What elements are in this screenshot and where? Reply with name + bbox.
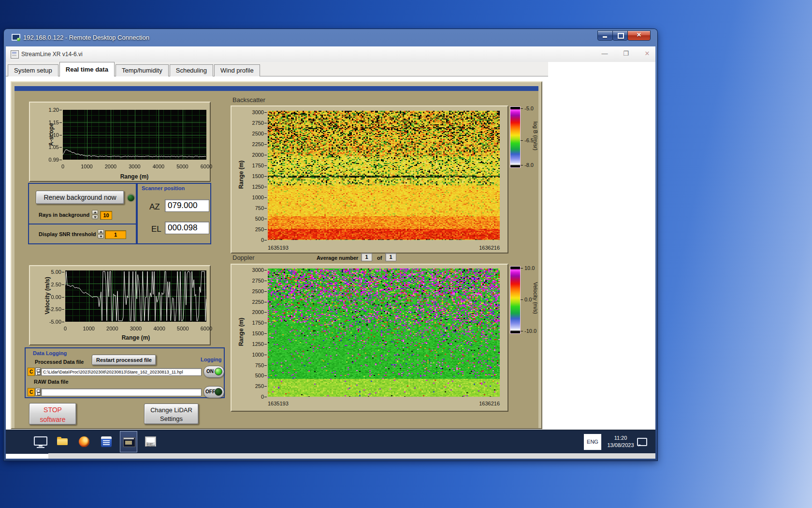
- tab-temp-humidity[interactable]: Temp/humidity: [116, 64, 169, 76]
- velocity-plot-canvas: [65, 270, 206, 322]
- y-tick-label: 1750: [243, 319, 264, 326]
- app-window-title: StreamLine XR v14-6.vi: [21, 51, 83, 58]
- scan-scheduler-icon[interactable]: ScanSched: [145, 436, 156, 447]
- processed-path-field[interactable]: C:\Lidar\Data\Proc\2023\202308\20230813\…: [41, 368, 202, 376]
- raw-path-field[interactable]: [41, 388, 202, 396]
- spinner-up-icon[interactable]: [98, 229, 104, 234]
- rdp-titlebar[interactable]: 192.168.0.122 - Remote Desktop Connectio…: [4, 29, 657, 46]
- notes-app-icon[interactable]: [101, 436, 112, 447]
- average-number-label: Average number: [317, 255, 358, 261]
- processed-logging-toggle[interactable]: ON: [203, 366, 224, 378]
- y-tick-mark: [62, 322, 64, 322]
- y-tick-mark: [264, 229, 267, 230]
- rays-value-field[interactable]: 10: [100, 211, 112, 220]
- raw-logging-toggle[interactable]: OFF: [203, 386, 224, 398]
- y-tick-mark: [264, 123, 267, 123]
- close-button[interactable]: ✕: [627, 30, 651, 41]
- action-center-icon[interactable]: [637, 438, 647, 446]
- x-tick-label: 6000: [196, 163, 217, 170]
- el-label: EL: [151, 224, 161, 234]
- tab-scheduling[interactable]: Scheduling: [170, 64, 213, 76]
- y-tick-label: 0: [243, 393, 264, 400]
- spinner-down-icon[interactable]: [98, 234, 104, 239]
- y-tick-label: 2500: [243, 130, 264, 137]
- doppler-x-start-label: 1635193: [268, 400, 302, 407]
- az-value-field[interactable]: 079.000: [165, 199, 209, 212]
- el-value-field[interactable]: 000.098: [165, 222, 209, 234]
- raw-browse-icon[interactable]: [35, 388, 41, 396]
- snr-spinner[interactable]: [98, 229, 104, 239]
- x-tick-label: 3000: [124, 163, 145, 170]
- tab-system-setup[interactable]: System setup: [8, 64, 58, 76]
- backscatter-colorbar-label: log B (/m/sr): [533, 109, 538, 163]
- y-tick-mark: [264, 355, 267, 355]
- raw-drive-button[interactable]: C: [28, 388, 35, 396]
- x-tick-label: 4000: [148, 163, 169, 170]
- colorbar-tick-label: -10.0: [524, 328, 544, 334]
- app-close-button[interactable]: ✕: [642, 50, 652, 57]
- y-tick-mark: [264, 165, 267, 166]
- y-tick-mark: [62, 272, 64, 272]
- y-tick-label: 5.00: [40, 269, 61, 275]
- raw-data-file-label: RAW Data file: [34, 379, 69, 385]
- rdp-computer-icon: [12, 34, 20, 41]
- y-tick-mark: [264, 144, 267, 145]
- stop-button-line1: STOP: [29, 405, 76, 415]
- app-minimize-button[interactable]: —: [599, 50, 610, 57]
- tab-real-time-data[interactable]: Real time data: [59, 62, 115, 76]
- change-lidar-settings-button[interactable]: Change LiDAR Settings: [144, 403, 199, 424]
- processed-browse-icon[interactable]: [35, 368, 41, 375]
- velocity-x-axis-label: Range (m): [87, 334, 184, 341]
- active-app-streamline[interactable]: [120, 431, 137, 452]
- language-indicator[interactable]: ENG: [584, 434, 601, 450]
- x-tick-label: 1000: [76, 163, 98, 170]
- y-tick-mark: [264, 134, 267, 134]
- minimize-button[interactable]: [597, 30, 613, 41]
- maximize-button[interactable]: [612, 30, 628, 41]
- colorbar-tick-label: -5.0: [524, 105, 544, 112]
- processed-drive-button[interactable]: C: [28, 368, 35, 376]
- change-button-line2: Settings: [145, 415, 198, 423]
- data-logging-title: Data Logging: [33, 350, 67, 356]
- y-tick-mark: [264, 386, 267, 387]
- tab-wind-profile[interactable]: Wind profile: [214, 64, 260, 76]
- y-tick-mark: [264, 302, 267, 302]
- group-divider: [29, 224, 136, 224]
- y-tick-label: 250: [243, 383, 264, 389]
- ascope-plot-canvas: [63, 110, 206, 160]
- average-number-field[interactable]: 1: [361, 253, 372, 261]
- desktop: 192.168.0.122 - Remote Desktop Connectio…: [0, 0, 812, 508]
- snr-value-field[interactable]: 1: [105, 230, 126, 239]
- taskbar-monitor-icon[interactable]: [34, 436, 47, 448]
- x-tick-label: 6000: [196, 325, 217, 332]
- remote-desktop-screen: StreamLine XR v14-6.vi — ❐ ✕ System setu…: [6, 46, 655, 459]
- y-tick-label: 0.00: [40, 294, 61, 300]
- taskbar-clock[interactable]: 11:20 13/08/2023: [603, 434, 638, 449]
- colorbar-tick-label: -8.0: [524, 162, 544, 168]
- x-tick-label: 4000: [149, 325, 170, 332]
- clock-time: 11:20: [603, 434, 638, 442]
- y-tick-mark: [59, 160, 62, 160]
- y-tick-label: 1500: [243, 173, 264, 179]
- renew-background-button[interactable]: Renew background now: [36, 191, 124, 204]
- app-titlebar[interactable]: StreamLine XR v14-6.vi — ❐ ✕: [6, 46, 655, 62]
- stop-software-button[interactable]: STOP software: [29, 403, 76, 425]
- rays-spinner[interactable]: [92, 210, 98, 220]
- y-tick-mark: [264, 240, 267, 240]
- y-tick-mark: [264, 281, 267, 281]
- firefox-icon[interactable]: [79, 436, 89, 447]
- restart-processed-file-button[interactable]: Restart processed file: [92, 355, 156, 365]
- spinner-down-icon[interactable]: [92, 215, 98, 219]
- average-total-field[interactable]: 1: [385, 253, 396, 261]
- x-tick-label: 0: [52, 163, 73, 170]
- toggle-lens-icon: [215, 388, 222, 396]
- app-restore-button[interactable]: ❐: [621, 50, 631, 57]
- y-tick-label: 1000: [243, 351, 264, 358]
- bottom-scroll-strip[interactable]: [48, 453, 655, 459]
- spinner-up-icon[interactable]: [92, 210, 98, 214]
- x-tick-label: 5000: [172, 163, 193, 170]
- toggle-on-label: ON: [206, 369, 214, 374]
- file-explorer-icon[interactable]: [57, 438, 68, 445]
- backscatter-x-start-label: 1635193: [268, 244, 302, 251]
- y-tick-mark: [264, 112, 267, 113]
